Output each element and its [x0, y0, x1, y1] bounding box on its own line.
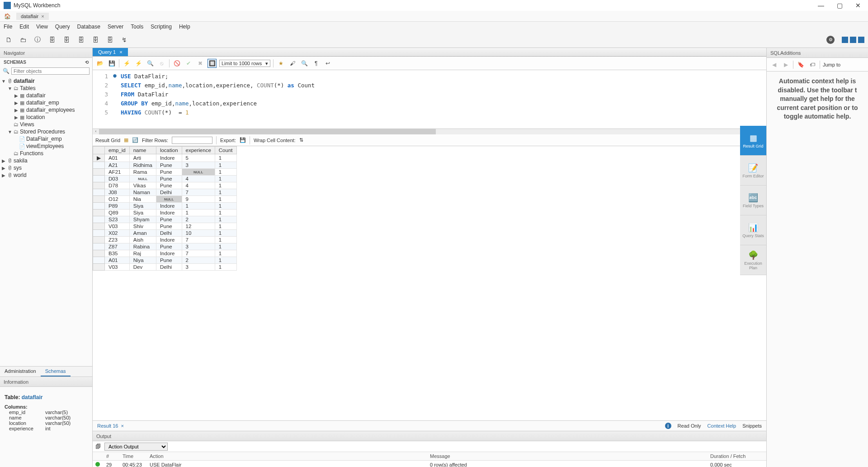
table-row[interactable]: X02AmanDelhi101	[93, 230, 237, 237]
invisible-chars-icon[interactable]: ¶	[311, 59, 321, 68]
close-result-icon[interactable]: ×	[121, 423, 123, 429]
vtab-query-stats[interactable]: 📊Query Stats	[740, 215, 766, 245]
filter-rows-input[interactable]	[172, 137, 212, 144]
sql-editor[interactable]: 12345 ● USE DataFlair; SELECT emp_id,nam…	[93, 70, 766, 129]
filter-icon[interactable]: 🔃	[132, 137, 138, 143]
refresh-icon[interactable]: ⟲	[85, 60, 89, 65]
connection-tab[interactable]: dataflair ×	[16, 13, 49, 20]
table-item[interactable]: ▶▦dataflair_emp	[1, 99, 91, 106]
stop-icon[interactable]: ⦸	[157, 59, 166, 68]
schema-world[interactable]: ▶🛢world	[1, 172, 91, 179]
tab-snippets[interactable]: Snippets	[742, 423, 762, 429]
export-icon[interactable]: 💾	[240, 137, 246, 143]
tb-icon-9[interactable]: ↯	[119, 35, 129, 45]
toggle-bottom-pane[interactable]	[850, 37, 856, 43]
result-tab[interactable]: Result 16×	[93, 422, 128, 430]
schema-sys[interactable]: ▶🛢sys	[1, 164, 91, 172]
wrap-toggle-icon[interactable]: ⇅	[299, 137, 303, 143]
views-folder[interactable]: 🗂Views	[1, 121, 91, 128]
table-row[interactable]: Z87RabinaPune31	[93, 243, 237, 250]
vtab-result-grid[interactable]: ▦Result Grid	[740, 126, 766, 156]
grid-view-icon[interactable]: ▦	[124, 137, 128, 143]
vtab-execution-plan[interactable]: 🌳Execution Plan	[740, 245, 766, 275]
output-row[interactable]: 2900:45:23USE DataFlair0 row(s) affected…	[93, 461, 766, 467]
schema-dataflair[interactable]: ▼🛢dataflair	[1, 77, 91, 85]
table-row[interactable]: V03DevDelhi31	[93, 264, 237, 271]
close-button[interactable]: ✕	[855, 2, 861, 9]
table-row[interactable]: A01NiyaPune21	[93, 257, 237, 264]
table-item[interactable]: ▶▦location	[1, 114, 91, 121]
menu-edit[interactable]: Edit	[19, 24, 29, 30]
open-sql-icon[interactable]: 🗀	[18, 35, 28, 45]
new-sql-icon[interactable]: 🗋	[4, 35, 14, 45]
table-row[interactable]: V03ShivPune121	[93, 223, 237, 230]
tab-context-help[interactable]: Context Help	[708, 423, 736, 429]
sp-item[interactable]: 📄DataFlair_emp	[1, 135, 91, 143]
result-grid[interactable]: emp_idnamelocationexperienceCount▶A01Art…	[93, 146, 237, 271]
beautify-icon[interactable]: ★	[276, 59, 285, 68]
table-row[interactable]: A21RidhimaPune31	[93, 162, 237, 169]
help-icon-1[interactable]: 🔖	[796, 60, 805, 69]
info-icon[interactable]: i	[665, 423, 671, 429]
table-row[interactable]: B35RajIndore71	[93, 250, 237, 257]
maximize-button[interactable]: ▢	[837, 2, 843, 9]
inspector-icon[interactable]: ⓘ	[33, 35, 42, 45]
table-item[interactable]: ▶▦dataflair_employees	[1, 106, 91, 114]
close-connection-icon[interactable]: ×	[41, 14, 44, 19]
close-tab-icon[interactable]: ×	[119, 49, 122, 55]
commit-icon[interactable]: ✔	[184, 59, 193, 68]
table-row[interactable]: Z23AishIndore71	[93, 237, 237, 243]
filter-input[interactable]	[11, 67, 90, 75]
menu-file[interactable]: File	[4, 24, 12, 30]
table-row[interactable]: O12NiaNULL91	[93, 196, 237, 203]
help-icon-2[interactable]: 🏷	[808, 60, 817, 69]
menu-query[interactable]: Query	[55, 24, 70, 30]
table-item[interactable]: ▶▦dataflair	[1, 92, 91, 99]
open-file-icon[interactable]: 📂	[95, 59, 104, 68]
tab-administration[interactable]: Administration	[0, 367, 41, 376]
table-row[interactable]: ▶A01ArtiIndore51	[93, 154, 237, 162]
sp-folder[interactable]: ▼🗂Stored Procedures	[1, 128, 91, 135]
tb-icon-5[interactable]: 🗄	[61, 35, 71, 45]
save-icon[interactable]: 💾	[107, 59, 116, 68]
tb-icon-7[interactable]: 🗄	[90, 35, 100, 45]
menu-scripting[interactable]: Scripting	[151, 24, 172, 30]
output-type-select[interactable]: Action Output	[104, 443, 168, 451]
query-tab[interactable]: Query 1×	[93, 48, 128, 56]
table-row[interactable]: D78VikasPune41	[93, 182, 237, 189]
output-clear-icon[interactable]: 🗐	[95, 443, 101, 450]
table-row[interactable]: D03NULLPune41	[93, 176, 237, 182]
menu-view[interactable]: View	[36, 24, 48, 30]
minimize-button[interactable]: —	[818, 2, 824, 9]
tb-icon-4[interactable]: 🗄	[47, 35, 57, 45]
table-row[interactable]: AF21RamaPuneNULL1	[93, 169, 237, 176]
menu-help[interactable]: Help	[179, 24, 190, 30]
menu-database[interactable]: Database	[77, 24, 100, 30]
limit-select[interactable]: Limit to 1000 rows ▾	[219, 60, 270, 67]
home-icon[interactable]: 🏠	[3, 12, 12, 21]
functions-folder[interactable]: 🗂Functions	[1, 150, 91, 157]
jump-to-label[interactable]: Jump to	[823, 62, 840, 67]
tables-folder[interactable]: ▼🗂Tables	[1, 85, 91, 92]
nav-back-icon[interactable]: ◀	[769, 60, 778, 69]
tb-icon-8[interactable]: 🗄	[105, 35, 115, 45]
table-row[interactable]: J08NamanDelhi71	[93, 189, 237, 196]
table-row[interactable]: P89SiyaIndore11	[93, 203, 237, 210]
nav-fwd-icon[interactable]: ▶	[781, 60, 790, 69]
schema-sakila[interactable]: ▶🛢sakila	[1, 157, 91, 164]
toggle-autocommit-icon[interactable]: 🚫	[172, 59, 181, 68]
toggle-left-pane[interactable]	[842, 37, 848, 43]
wrap-icon[interactable]: ↩	[323, 59, 332, 68]
vtab-form-editor[interactable]: 📝Form Editor	[740, 156, 766, 186]
find-icon[interactable]: 🔍	[300, 59, 309, 68]
menu-tools[interactable]: Tools	[131, 24, 143, 30]
explain-icon[interactable]: 🔍	[146, 59, 155, 68]
settings-icon[interactable]: ⚙	[826, 36, 835, 44]
brush-icon[interactable]: 🖌	[288, 59, 297, 68]
toggle-right-pane[interactable]	[858, 37, 864, 43]
execute-icon[interactable]: ⚡	[122, 59, 131, 68]
vtab-field-types[interactable]: 🔤Field Types	[740, 186, 766, 215]
table-row[interactable]: Q89SiyaIndore11	[93, 210, 237, 216]
tb-icon-6[interactable]: 🗄	[76, 35, 86, 45]
table-row[interactable]: S23ShyamPune21	[93, 216, 237, 223]
